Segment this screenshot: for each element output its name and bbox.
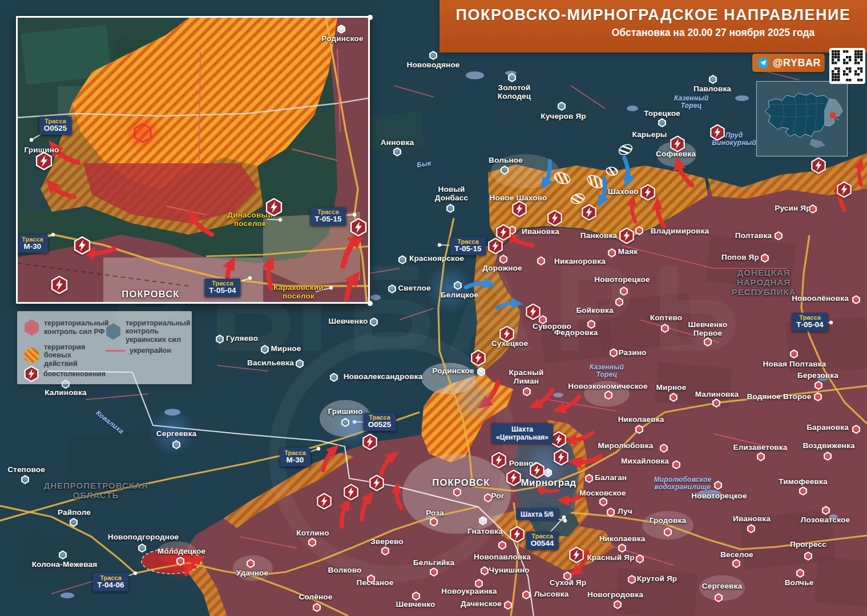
road-label: ТрассаТ-05-04 <box>204 279 240 297</box>
battle-icon <box>554 449 569 466</box>
battle-icon <box>499 326 515 343</box>
situation-map: РЫБАРЬ ДОНЕЦКАЯ НАРОДНАЯ РЕСПУБЛИКАДНЕПР… <box>0 0 867 616</box>
battle-icon <box>491 452 507 469</box>
battle-icon <box>640 184 656 201</box>
battle-icon <box>350 218 367 236</box>
road-label: ТрассаТ-05-15 <box>450 237 486 255</box>
title-banner: ПОКРОВСКО-МИРНОГРАДСКОЕ НАПРАВЛЕНИЕ Обст… <box>439 0 867 53</box>
legend-fort-swatch <box>106 350 125 352</box>
qr-code <box>829 48 865 84</box>
facility-label: Шахта 5/6 <box>516 509 558 520</box>
legend-fort-label: укрепрайон <box>130 347 171 355</box>
legend-war-swatch <box>24 347 39 364</box>
battle-icon <box>530 462 545 479</box>
rybar-telegram-badge: @RYBAR <box>752 54 825 72</box>
pokrovsk-inset-map: РодинскоеГришиноПОКРОВСКТрассаО0525Трасс… <box>16 16 370 304</box>
road-label: ТрассаМ-30 <box>17 235 48 253</box>
battle-icon <box>547 210 563 227</box>
legend-ua-label: территориальный контроль украинских сил <box>126 319 190 344</box>
legend-battle-swatch <box>24 366 39 382</box>
legend-rf-label: территориальный контроль сил РФ <box>44 319 108 336</box>
road-label: ТрассаМ-30 <box>280 448 310 466</box>
battle-icon <box>551 432 567 448</box>
road-label: ТрассаО0525 <box>39 116 72 135</box>
battle-icon <box>811 158 826 174</box>
legend-battle-label: боестолкновения <box>43 370 106 378</box>
battle-icon <box>488 238 503 255</box>
road-label: ТрассаТ-05-04 <box>792 313 828 331</box>
legend-war-label: территория боевых действий <box>44 343 98 368</box>
brand-handle: @RYBAR <box>773 57 821 69</box>
battle-icon <box>569 547 584 563</box>
battle-icon <box>710 124 725 141</box>
battle-icon <box>670 136 685 152</box>
battle-icon <box>619 228 635 244</box>
battle-icon <box>35 152 53 170</box>
battle-icon <box>74 236 91 255</box>
battle-icon <box>512 201 527 218</box>
telegram-icon <box>757 57 769 69</box>
battle-icon <box>369 475 385 492</box>
ukraine-minimap <box>756 81 848 156</box>
battle-icon <box>506 470 522 486</box>
road-label: ТрассаТ-05-15 <box>310 207 346 226</box>
facility-label: Шахта «Центральная» <box>491 424 553 444</box>
map-subtitle: Обстановка на 20.00 27 ноября 2025 года <box>439 27 867 39</box>
road-label: ТрассаТ-04-06 <box>92 573 128 591</box>
battle-icon <box>837 182 852 198</box>
battle-icon <box>526 304 541 320</box>
legend: территориальный контроль сил РФ территор… <box>17 311 192 384</box>
legend-rf-swatch <box>24 319 39 336</box>
road-label: ТрассаО0525 <box>364 413 396 431</box>
battle-icon <box>471 350 486 367</box>
map-title: ПОКРОВСКО-МИРНОГРАДСКОЕ НАПРАВЛЕНИЕ <box>439 6 867 24</box>
battle-icon <box>317 493 332 510</box>
battle-icon <box>510 526 525 543</box>
battle-icon <box>344 484 359 501</box>
battle-icon <box>51 276 68 294</box>
battle-icon <box>362 434 378 450</box>
legend-ua-swatch <box>106 323 121 340</box>
battle-icon <box>265 198 283 216</box>
battle-icon <box>582 204 597 221</box>
road-label: ТрассаО0544 <box>526 532 559 550</box>
